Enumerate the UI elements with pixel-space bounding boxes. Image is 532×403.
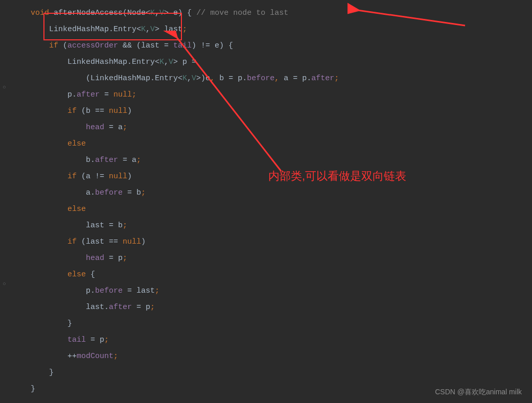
code-line: else { bbox=[0, 267, 532, 283]
code-line: } bbox=[0, 316, 532, 332]
code-line: p.before = last; bbox=[0, 283, 532, 299]
code-line: void afterNodeAccess(Node<K,V> e) { // m… bbox=[0, 5, 532, 21]
code-line: if (last == null) bbox=[0, 234, 532, 250]
code-line: } bbox=[0, 365, 532, 381]
code-line: else bbox=[0, 136, 532, 152]
code-line: ++modCount; bbox=[0, 348, 532, 365]
code-line: last = b; bbox=[0, 218, 532, 234]
code-line: a.before = b; bbox=[0, 185, 532, 201]
gutter-override-icon[interactable]: ○ bbox=[3, 79, 9, 85]
code-editor[interactable]: void afterNodeAccess(Node<K,V> e) { // m… bbox=[0, 0, 532, 397]
code-line: if (accessOrder && (last = tail) != e) { bbox=[0, 38, 532, 54]
code-line: if (b == null) bbox=[0, 103, 532, 120]
code-line: if (a != null) bbox=[0, 169, 532, 185]
code-line: head = p; bbox=[0, 250, 532, 267]
comment: // move node to last bbox=[196, 9, 288, 17]
watermark: CSDN @喜欢吃animal milk bbox=[435, 388, 522, 397]
code-line: tail = p; bbox=[0, 332, 532, 348]
code-line: (LinkedHashMap.Entry<K,V>)e, b = p.befor… bbox=[0, 70, 532, 87]
code-line: LinkedHashMap.Entry<K,V> last; bbox=[0, 21, 532, 38]
code-line: head = a; bbox=[0, 120, 532, 136]
code-line: p.after = null; bbox=[0, 87, 532, 103]
code-line: LinkedHashMap.Entry<K,V> p = bbox=[0, 54, 532, 70]
gutter-override-icon[interactable]: ○ bbox=[3, 276, 9, 282]
code-line: last.after = p; bbox=[0, 299, 532, 316]
keyword-void: void bbox=[31, 9, 49, 17]
code-line: else bbox=[0, 201, 532, 218]
code-line: b.after = a; bbox=[0, 152, 532, 169]
